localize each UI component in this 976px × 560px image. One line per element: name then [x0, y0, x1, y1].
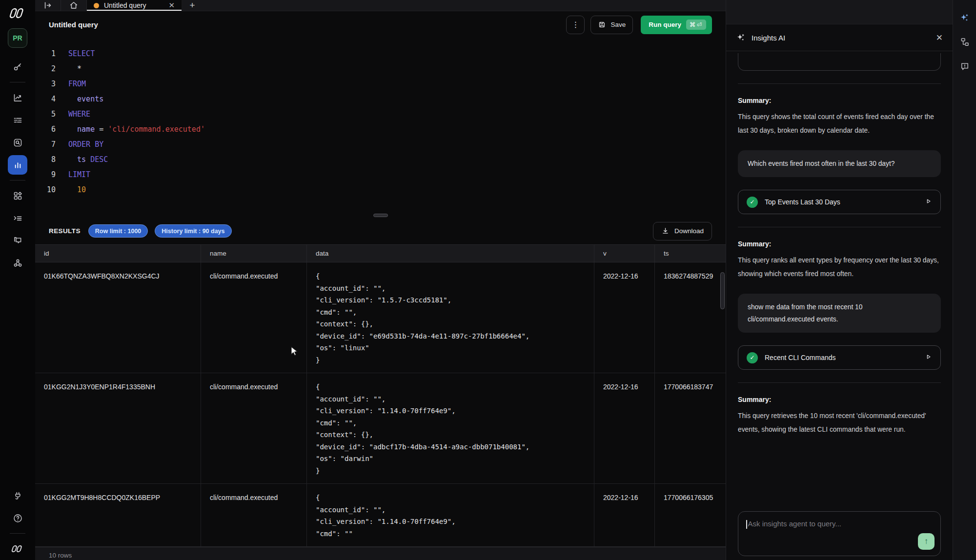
tab-close-icon[interactable]: ✕: [168, 1, 175, 10]
results-toolbar: RESULTS Row limit : 1000History limit : …: [35, 218, 726, 244]
code-line: ts DESC: [58, 155, 108, 164]
cell-v: 2022-12-16: [594, 262, 655, 373]
save-icon: [598, 20, 606, 29]
run-query-button[interactable]: Run query ⌘⏎: [641, 16, 712, 34]
sidebar-item-flow[interactable]: [8, 253, 27, 273]
column-header-ts[interactable]: ts: [655, 245, 726, 262]
sidebar-item-chart-line[interactable]: [8, 88, 27, 107]
sidebar-item-terminal[interactable]: [8, 208, 27, 228]
results-table-header: idnamedatavts: [35, 244, 726, 262]
new-tab-button[interactable]: +: [182, 0, 203, 11]
insights-conversation: Summary:This query shows the total count…: [726, 51, 953, 506]
save-button[interactable]: Save: [590, 16, 633, 34]
home-button[interactable]: [61, 0, 86, 11]
insights-input[interactable]: Ask insights agent to query... ↑: [738, 511, 941, 556]
line-number: 3: [35, 80, 58, 88]
json-line: "device_id": "adbcf17b-4dba-4514-a9ac-db…: [316, 441, 585, 453]
line-number: 10: [35, 185, 58, 194]
download-button[interactable]: Download: [653, 222, 712, 240]
code-line: FROM: [58, 80, 86, 88]
plug-icon: [13, 491, 23, 501]
sql-token: *: [68, 64, 81, 73]
pane-splitter[interactable]: [35, 213, 726, 218]
download-icon: [661, 227, 670, 235]
tab-untitled-query[interactable]: Untitled query ✕: [87, 0, 182, 11]
table-row[interactable]: 01K66TQNZA3WFBQ8XN2KXSG4CJcli/command.ex…: [35, 262, 726, 373]
run-query-label: Run query: [649, 21, 681, 28]
bar-chart-icon: [13, 160, 23, 170]
sidebar-item-list[interactable]: [8, 110, 27, 130]
code-line: ORDER BY: [58, 140, 103, 149]
insights-input-placeholder: Ask insights agent to query...: [748, 520, 842, 528]
strip-sparkles-button[interactable]: [956, 9, 974, 26]
limit-pill-0[interactable]: Row limit : 1000: [88, 224, 148, 238]
sidebar-item-key[interactable]: [8, 57, 27, 77]
json-line: "account_id": "",: [316, 282, 585, 295]
cell-data: { "account_id": "", "cli_version": "1.5.…: [307, 262, 594, 373]
code-line: events: [58, 95, 103, 103]
json-line: {: [316, 492, 585, 504]
cell-ts: 1770066176305: [655, 484, 726, 546]
column-header-name[interactable]: name: [201, 245, 307, 262]
play-button[interactable]: [925, 198, 932, 206]
divider: [10, 533, 25, 534]
insights-header: Insights AI ✕: [726, 24, 953, 51]
play-button[interactable]: [925, 353, 932, 362]
sidebar-item-help[interactable]: [8, 508, 27, 528]
saved-query-card[interactable]: ✓Top Events Last 30 Days: [738, 190, 941, 214]
saved-query-card[interactable]: ✓Recent CLI Commands: [738, 345, 941, 370]
column-header-id[interactable]: id: [35, 245, 201, 262]
json-line: }: [316, 465, 585, 477]
summary-heading: Summary:: [738, 240, 941, 248]
limit-pill-1[interactable]: History limit : 90 days: [155, 224, 231, 238]
table-row[interactable]: 01KGG2MT9H8H8CCDQ0ZK16BEPPcli/command.ex…: [35, 484, 726, 547]
sql-token: 'cli/command.executed': [108, 125, 205, 134]
grid-icon: [13, 191, 23, 201]
sql-token: LIMIT: [68, 170, 90, 179]
column-header-v[interactable]: v: [594, 245, 655, 262]
divider: [10, 180, 25, 180]
close-icon[interactable]: ✕: [936, 33, 943, 43]
column-header-data[interactable]: data: [307, 245, 594, 262]
sql-token: DESC: [90, 155, 108, 164]
left-sidebar: PR: [0, 0, 35, 560]
results-table-body: 01K66TQNZA3WFBQ8XN2KXSG4CJcli/command.ex…: [35, 262, 726, 547]
sidebar-item-grid[interactable]: [8, 186, 27, 205]
sql-editor[interactable]: 1SELECT2 *3FROM4 events5WHERE6 name = 'c…: [35, 38, 726, 213]
query-card-label: Recent CLI Commands: [765, 354, 918, 361]
json-line: "context": {},: [316, 318, 585, 330]
editor-line: 10 10: [35, 182, 726, 197]
strip-tree-button[interactable]: [956, 33, 974, 51]
divider: [738, 227, 941, 227]
cell-name: cli/command.executed: [201, 484, 307, 546]
send-button[interactable]: ↑: [918, 533, 935, 550]
sidebar-item-chat[interactable]: [8, 231, 27, 250]
avatar[interactable]: PR: [8, 28, 27, 48]
more-options-button[interactable]: ⋮: [566, 16, 585, 34]
cell-id: 01KGG2N1J3Y0ENP1R4F1335BNH: [35, 373, 201, 483]
sql-token: ORDER BY: [68, 140, 103, 149]
vertical-scrollbar[interactable]: [720, 272, 725, 309]
sql-token: WHERE: [68, 110, 90, 119]
sidebar-item-plug[interactable]: [8, 486, 27, 505]
line-number: 8: [35, 155, 58, 164]
scrolled-card-remnant: [738, 53, 941, 71]
insights-panel: Insights AI ✕ Summary:This query shows t…: [726, 0, 953, 560]
splitter-handle-icon: [373, 214, 388, 217]
line-number: 5: [35, 110, 58, 119]
sidebar-item-search-box[interactable]: [8, 133, 27, 152]
cell-data: { "account_id": "", "cli_version": "1.14…: [307, 373, 594, 483]
search-box-icon: [13, 138, 23, 148]
strip-feedback-button[interactable]: [956, 58, 974, 75]
results-label: RESULTS: [49, 227, 81, 235]
table-row[interactable]: 01KGG2N1J3Y0ENP1R4F1335BNHcli/command.ex…: [35, 373, 726, 484]
sidebar-item-bar-chart[interactable]: [8, 155, 27, 175]
panel-expand-button[interactable]: [35, 0, 61, 11]
editor-line: 5WHERE: [35, 106, 726, 121]
line-number: 1: [35, 49, 58, 58]
logo-small-icon: [11, 544, 24, 554]
sql-token: 10: [68, 185, 86, 194]
sidebar-item-logo-small[interactable]: [8, 539, 27, 559]
sparkles-icon: [736, 33, 746, 42]
json-line: "device_id": "e69d531b-74da-4e11-897c-27…: [316, 330, 585, 342]
